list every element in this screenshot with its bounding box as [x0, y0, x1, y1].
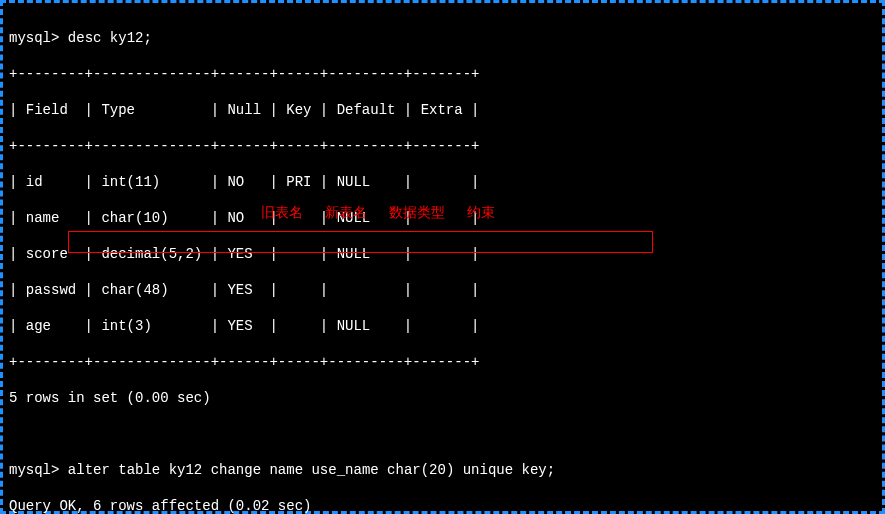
mysql-prompt: mysql> — [9, 30, 59, 46]
prompt-line-1: mysql> desc ky12; — [9, 29, 876, 47]
table1-sep-top: +--------+--------------+------+-----+--… — [9, 65, 876, 83]
prompt-line-2: mysql> alter table ky12 change name use_… — [9, 461, 876, 479]
alter-result-1: Query OK, 6 rows affected (0.02 sec) — [9, 497, 876, 514]
table1-row-age: | age | int(3) | YES | | NULL | | — [9, 317, 876, 335]
annotation-constraint: 约束 — [467, 204, 495, 220]
table1-row-score: | score | decimal(5,2) | YES | | NULL | … — [9, 245, 876, 263]
table1-row-id: | id | int(11) | NO | PRI | NULL | | — [9, 173, 876, 191]
command-alter: alter table ky12 change name use_name ch… — [68, 462, 555, 478]
table1-header: | Field | Type | Null | Key | Default | … — [9, 101, 876, 119]
mysql-prompt-2: mysql> — [9, 462, 59, 478]
terminal-window[interactable]: mysql> desc ky12; +--------+------------… — [0, 0, 885, 514]
table1-sep-mid: +--------+--------------+------+-----+--… — [9, 137, 876, 155]
annotation-old-name: 旧表名 — [261, 204, 303, 220]
table1-sep-bot: +--------+--------------+------+-----+--… — [9, 353, 876, 371]
annotation-labels: 旧表名 新表名 数据类型 约束 — [261, 203, 513, 221]
blank-1 — [9, 425, 876, 443]
annotation-new-name: 新表名 — [325, 204, 367, 220]
table1-result: 5 rows in set (0.00 sec) — [9, 389, 876, 407]
annotation-data-type: 数据类型 — [389, 204, 445, 220]
command-desc-1: desc ky12; — [68, 30, 152, 46]
table1-row-passwd: | passwd | char(48) | YES | | | | — [9, 281, 876, 299]
